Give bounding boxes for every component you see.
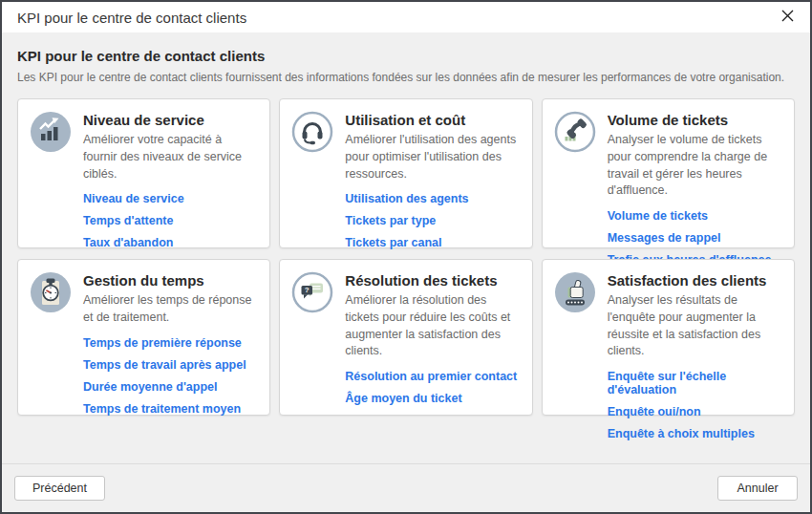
- card-description: Analyser le volume de tickets pour compr…: [608, 132, 782, 200]
- page-subtitle: Les KPI pour le centre de contact client…: [17, 71, 795, 84]
- card-title: Volume de tickets: [608, 112, 782, 128]
- close-button[interactable]: [777, 7, 799, 28]
- card-description: Améliorer la résolution des tickets pour…: [345, 292, 520, 360]
- stopwatch-clipboard-icon: [30, 271, 72, 313]
- close-icon: [780, 9, 795, 26]
- card-description: Améliorer votre capacité à fournir des n…: [83, 132, 258, 182]
- chat-question-icon: ?: [291, 271, 333, 313]
- previous-button[interactable]: Précédent: [14, 476, 105, 501]
- kpi-card-gestion-du-temps: Gestion du temps Améliorer les temps de …: [17, 259, 270, 416]
- bar-chart-trend-icon: [30, 111, 72, 153]
- kpi-link-enquete-oui-non[interactable]: Enquête oui/non: [608, 405, 782, 418]
- kpi-link-temps-attente[interactable]: Temps d'attente: [83, 214, 258, 227]
- card-title: Gestion du temps: [83, 272, 258, 289]
- phone-volume-icon: [554, 111, 596, 153]
- card-title: Niveau de service: [83, 112, 258, 128]
- dialog-footer: Précédent Annuler: [2, 463, 810, 512]
- kpi-link-enquete-choix-multiples[interactable]: Enquête à choix multiples: [608, 427, 782, 440]
- kpi-link-age-moyen-ticket[interactable]: Âge moyen du ticket: [345, 392, 520, 405]
- kpi-link-tickets-par-type[interactable]: Tickets par type: [345, 214, 520, 227]
- kpi-link-tickets-par-canal[interactable]: Tickets par canal: [345, 236, 520, 249]
- kpi-card-niveau-de-service: Niveau de service Améliorer votre capaci…: [17, 98, 270, 248]
- kpi-card-volume-de-tickets: Volume de tickets Analyser le volume de …: [542, 98, 795, 248]
- kpi-card-utilisation-et-cout: Utilisation et coût Améliorer l'utilisat…: [279, 98, 532, 248]
- kpi-link-duree-moyenne-appel[interactable]: Durée moyenne d'appel: [83, 380, 258, 394]
- card-description: Analyser les résultats de l'enquête pour…: [608, 292, 782, 360]
- kpi-card-resolution-des-tickets: ? Résolution des tickets Améliorer la ré…: [279, 259, 532, 416]
- kpi-card-grid: Niveau de service Améliorer votre capaci…: [17, 98, 795, 416]
- dialog-title: KPI pour le centre de contact clients: [17, 10, 246, 26]
- kpi-link-messages-de-rappel[interactable]: Messages de rappel: [608, 231, 782, 245]
- headset-icon: [291, 111, 333, 153]
- kpi-link-temps-travail-apres-appel[interactable]: Temps de travail après appel: [83, 358, 258, 372]
- kpi-link-resolution-premier-contact[interactable]: Résolution au premier contact: [345, 370, 520, 383]
- card-description: Améliorer l'utilisation des agents pour …: [345, 132, 520, 182]
- card-description: Améliorer les temps de réponse et de tra…: [83, 292, 258, 327]
- kpi-link-enquete-echelle-evaluation[interactable]: Enquête sur l'échelle d'évaluation: [608, 370, 782, 396]
- kpi-link-temps-traitement-moyen[interactable]: Temps de traitement moyen: [83, 402, 258, 416]
- dialog-titlebar: KPI pour le centre de contact clients: [2, 2, 810, 32]
- cancel-button[interactable]: Annuler: [717, 476, 798, 501]
- kpi-link-niveau-de-service[interactable]: Niveau de service: [83, 192, 258, 205]
- page-title: KPI pour le centre de contact clients: [17, 48, 795, 64]
- kpi-card-satisfaction-des-clients: Satisfaction des clients Analyser les ré…: [542, 259, 795, 416]
- kpi-link-volume-de-tickets[interactable]: Volume de tickets: [608, 209, 782, 223]
- kpi-dialog: KPI pour le centre de contact clients KP…: [0, 0, 812, 514]
- dialog-content: KPI pour le centre de contact clients Le…: [2, 32, 810, 463]
- question-glyph: ?: [305, 286, 310, 294]
- card-title: Satisfaction des clients: [608, 272, 782, 289]
- kpi-link-utilisation-agents[interactable]: Utilisation des agents: [345, 192, 520, 205]
- thumbs-up-survey-icon: [554, 271, 596, 313]
- kpi-link-temps-premiere-reponse[interactable]: Temps de première réponse: [83, 336, 258, 350]
- card-title: Utilisation et coût: [345, 112, 520, 128]
- kpi-link-taux-abandon[interactable]: Taux d'abandon: [83, 236, 258, 249]
- card-title: Résolution des tickets: [345, 272, 520, 289]
